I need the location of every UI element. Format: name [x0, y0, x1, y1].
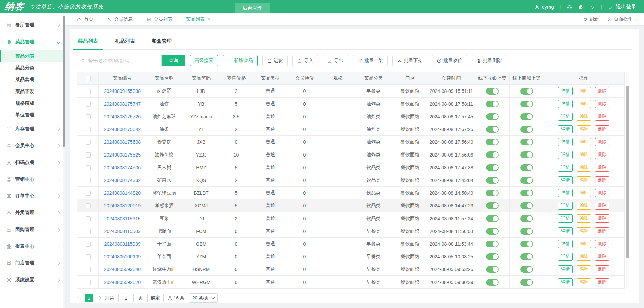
lock-icon[interactable]	[578, 4, 584, 10]
row-checkbox[interactable]	[86, 242, 91, 247]
refresh-button[interactable]: 刷新	[583, 16, 599, 22]
row-checkbox[interactable]	[86, 216, 91, 221]
edit-button[interactable]: 编辑	[577, 138, 591, 146]
page-size-select[interactable]: 20 条/页	[189, 293, 218, 303]
delete-button[interactable]: 删除	[595, 100, 609, 108]
edit-button[interactable]: 编辑	[577, 113, 591, 121]
edit-button[interactable]: 编辑	[577, 253, 591, 261]
select-all-checkbox[interactable]	[86, 76, 91, 81]
edit-button[interactable]: 编辑	[577, 164, 591, 172]
sidebar-item-dish-dispatch[interactable]: 菜品下发	[0, 85, 65, 97]
edit-button[interactable]: 编辑	[577, 278, 591, 286]
row-checkbox[interactable]	[86, 102, 91, 107]
sidebar-item-unit-mgmt[interactable]: 单位管理	[0, 109, 65, 121]
delete-button[interactable]: 删除	[595, 253, 609, 261]
dish-code-link[interactable]: 20240808115039	[104, 241, 141, 247]
offline-shelf-toggle[interactable]	[486, 190, 499, 196]
offline-shelf-toggle[interactable]	[486, 279, 499, 286]
sidebar-item-spec-template[interactable]: 规格模板	[0, 97, 65, 109]
add-dish-button[interactable]: 新增菜品	[223, 55, 258, 66]
batch-reprice-button[interactable]: 批量改价	[432, 55, 467, 66]
sidebar-item-dish-category[interactable]: 菜品分类	[0, 62, 65, 74]
page-operations-button[interactable]: 页面操作	[607, 16, 637, 22]
row-checkbox[interactable]	[86, 229, 91, 234]
export-button[interactable]: 导出	[323, 55, 348, 66]
online-shelf-toggle[interactable]	[520, 253, 533, 260]
sidebar-item-store-mgmt[interactable]: 门店管理	[0, 255, 65, 271]
online-shelf-toggle[interactable]	[520, 266, 533, 273]
sidebar-item-scan-order[interactable]: 扫码点餐	[0, 154, 65, 171]
tab-dish-list[interactable]: 菜品列表 ×	[186, 16, 211, 22]
support-icon[interactable]	[567, 4, 572, 10]
tab-member-info[interactable]: 会员信息 ×	[107, 16, 133, 22]
sidebar-scrollbar-thumb[interactable]	[63, 16, 65, 147]
delete-button[interactable]: 删除	[595, 125, 609, 133]
delete-button[interactable]: 删除	[595, 214, 609, 223]
online-shelf-toggle[interactable]	[520, 190, 533, 196]
detail-button[interactable]: 详情	[558, 125, 573, 133]
dish-code-link[interactable]: 20240805100109	[104, 254, 141, 259]
detail-button[interactable]: 详情	[558, 214, 573, 223]
detail-button[interactable]: 详情	[558, 227, 573, 235]
content-tab-mealbox[interactable]: 餐盒管理	[151, 34, 172, 49]
table-scrollbar-thumb[interactable]	[626, 86, 629, 258]
dish-code-link[interactable]: 20240808120019	[104, 203, 141, 208]
online-shelf-toggle[interactable]	[520, 177, 533, 184]
online-shelf-toggle[interactable]	[520, 202, 533, 209]
detail-button[interactable]: 详情	[558, 240, 573, 248]
sidebar-item-inventory[interactable]: 库存管理	[0, 121, 65, 137]
content-tab-dish-list[interactable]: 菜品列表	[77, 34, 99, 49]
goto-page-input[interactable]	[118, 294, 134, 302]
row-checkbox[interactable]	[86, 127, 91, 132]
edit-button[interactable]: 编辑	[577, 100, 591, 108]
offline-shelf-toggle[interactable]	[486, 151, 499, 158]
dish-code-link[interactable]: 20240808115503	[104, 229, 141, 234]
search-button[interactable]: 查询	[162, 55, 185, 66]
table-scrollbar[interactable]	[626, 72, 629, 288]
row-checkbox[interactable]	[86, 140, 91, 145]
online-shelf-toggle[interactable]	[520, 241, 533, 247]
online-shelf-toggle[interactable]	[520, 113, 533, 120]
online-shelf-toggle[interactable]	[520, 88, 533, 95]
online-shelf-toggle[interactable]	[520, 164, 533, 171]
offline-shelf-toggle[interactable]	[486, 113, 499, 120]
delete-button[interactable]: 删除	[595, 265, 609, 273]
delete-button[interactable]: 删除	[595, 202, 609, 210]
edit-button[interactable]: 编辑	[577, 125, 591, 133]
dish-code-link[interactable]: 20240805093040	[104, 267, 141, 272]
dish-code-link[interactable]: 20240808175726	[104, 114, 141, 119]
offline-shelf-toggle[interactable]	[486, 228, 499, 235]
batch-onshelf-button[interactable]: 批量上架	[353, 55, 388, 66]
detail-button[interactable]: 详情	[558, 253, 573, 261]
sidebar-item-marketing[interactable]: 营销中心	[0, 171, 65, 188]
close-icon[interactable]: ×	[208, 16, 211, 22]
offline-shelf-toggle[interactable]	[486, 202, 499, 209]
delete-button[interactable]: 删除	[595, 278, 609, 286]
dish-code-link[interactable]: 20240808174332	[104, 178, 141, 183]
sidebar-item-member-center[interactable]: 会员中心	[0, 137, 65, 154]
current-page-button[interactable]: 1	[85, 294, 93, 302]
offline-shelf-toggle[interactable]	[486, 126, 499, 133]
dish-code-link[interactable]: 20240808175642	[104, 127, 141, 132]
offline-shelf-toggle[interactable]	[486, 253, 499, 260]
delete-button[interactable]: 删除	[595, 240, 609, 248]
row-checkbox[interactable]	[86, 89, 91, 94]
online-shelf-toggle[interactable]	[520, 215, 533, 222]
confirm-page-button[interactable]: 确定	[147, 294, 164, 302]
detail-button[interactable]: 详情	[558, 113, 573, 121]
edit-button[interactable]: 编辑	[577, 202, 591, 210]
user-account[interactable]: cymg	[534, 4, 554, 10]
delete-button[interactable]: 删除	[595, 87, 609, 95]
sidebar-item-restaurant[interactable]: 餐厅管理	[0, 17, 65, 34]
detail-button[interactable]: 详情	[558, 151, 573, 159]
detail-button[interactable]: 详情	[558, 189, 573, 197]
row-checkbox[interactable]	[86, 191, 91, 196]
dish-code-link[interactable]: 20240805092520	[104, 280, 141, 285]
detail-button[interactable]: 详情	[558, 265, 573, 273]
edit-button[interactable]: 编辑	[577, 227, 591, 235]
offline-shelf-toggle[interactable]	[486, 177, 499, 184]
search-input[interactable]	[88, 58, 158, 63]
online-shelf-toggle[interactable]	[520, 228, 533, 235]
batch-delete-button[interactable]: 批量删除	[472, 55, 506, 66]
delete-button[interactable]: 删除	[595, 164, 609, 172]
